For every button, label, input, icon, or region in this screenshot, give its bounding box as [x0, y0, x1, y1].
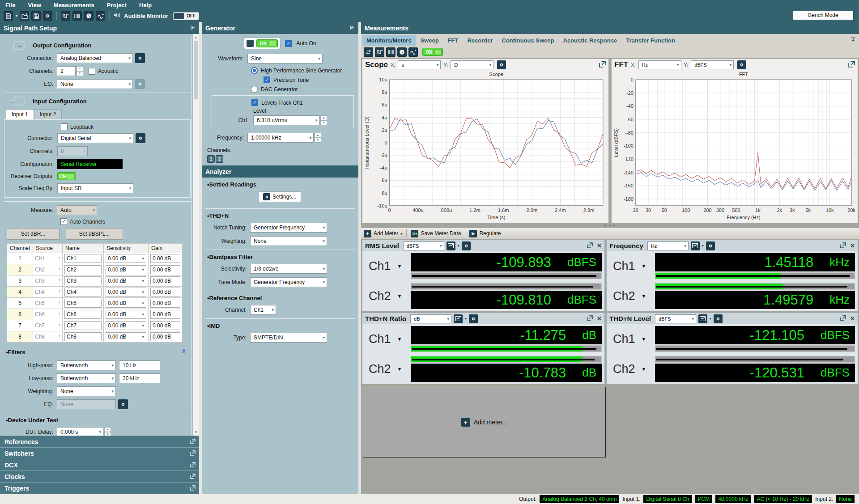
- meter-close-icon[interactable]: ✕: [597, 315, 602, 322]
- digital-bars-icon[interactable]: [72, 11, 82, 21]
- save-project-icon[interactable]: [31, 11, 41, 21]
- gain-select[interactable]: 0.00 dB: [150, 276, 180, 285]
- scope-settings-icon[interactable]: [497, 60, 506, 69]
- frequency-input[interactable]: 1.00000 kHz▾: [247, 133, 314, 143]
- meter-graph-icon[interactable]: [698, 314, 707, 323]
- section-dcx[interactable]: DCX: [0, 459, 199, 470]
- waveform-select[interactable]: Sine▾: [247, 54, 323, 64]
- selectivity-select[interactable]: 1/3 octave▾: [250, 264, 327, 274]
- panel-pin-icon[interactable]: [349, 25, 355, 32]
- name-input[interactable]: Ch7: [64, 321, 102, 330]
- meter-unit-select[interactable]: Hz▾: [647, 241, 689, 250]
- tune-mode-select[interactable]: Generator Frequency▾: [250, 277, 327, 287]
- meter-popout-icon[interactable]: [840, 315, 846, 322]
- low-pass-select[interactable]: Butterworth▾: [57, 373, 116, 383]
- meter-settings-icon[interactable]: [714, 314, 723, 323]
- meter-unit-select[interactable]: dB▾: [410, 314, 451, 323]
- auto-channels-checkbox[interactable]: ✓: [60, 218, 67, 225]
- sensitivity-select[interactable]: 0.00 dB▾: [106, 321, 146, 330]
- notch-tuning-select[interactable]: Generator Frequency▾: [250, 223, 327, 233]
- meter-close-icon[interactable]: ✕: [850, 242, 855, 249]
- section-references[interactable]: References: [0, 436, 199, 447]
- name-input[interactable]: Ch4: [64, 288, 102, 296]
- left-panel-scrollbar[interactable]: ▲ ▼: [193, 34, 199, 436]
- sensitivity-select[interactable]: 0.00 dB▾: [106, 254, 146, 263]
- weighting-select[interactable]: None▾: [57, 386, 116, 396]
- output-connector-settings-icon[interactable]: [135, 53, 145, 63]
- new-project-icon[interactable]: [4, 11, 13, 21]
- meter-popout-icon[interactable]: [587, 315, 593, 322]
- channel-1-button[interactable]: 1: [207, 155, 215, 163]
- menu-help[interactable]: Help: [139, 2, 152, 8]
- gain-select[interactable]: 0.00 dB: [150, 254, 180, 263]
- sine-wave-icon[interactable]: [408, 47, 418, 57]
- channel-selector[interactable]: Ch1▼: [362, 251, 411, 281]
- tab-transfer-function[interactable]: Transfer Function: [621, 35, 680, 46]
- tab-recorder[interactable]: Recorder: [463, 35, 497, 46]
- meter-settings-icon[interactable]: [462, 241, 471, 250]
- channel-selector[interactable]: Ch1▼: [607, 251, 655, 281]
- channel-selector[interactable]: Ch2▼: [362, 281, 411, 311]
- high-pass-select[interactable]: Butterworth▾: [57, 360, 116, 370]
- set-dbr-button[interactable]: Set dBR...: [7, 228, 60, 240]
- sensitivity-select[interactable]: 0.00 dB▾: [106, 288, 146, 296]
- low-pass-freq-input[interactable]: 20 kHz: [119, 373, 160, 383]
- ref-channel-select[interactable]: Ch1▾: [250, 305, 276, 315]
- panel-pin-icon[interactable]: [190, 25, 196, 32]
- input-connector-settings-icon[interactable]: [136, 133, 145, 143]
- meter-graph-icon[interactable]: [454, 314, 463, 323]
- channel-selector[interactable]: Ch2▼: [607, 281, 655, 311]
- name-input[interactable]: Ch5: [64, 299, 102, 308]
- tab-input-2[interactable]: Input 2: [34, 109, 62, 119]
- clock-icon[interactable]: [84, 11, 94, 21]
- dut-delay-stepper[interactable]: ▲▼: [104, 427, 111, 436]
- menu-view[interactable]: View: [28, 2, 41, 8]
- measure-select[interactable]: Auto▾: [57, 205, 97, 215]
- sensitivity-select[interactable]: 0.00 dB▾: [106, 299, 146, 308]
- channel-selector[interactable]: Ch1▼: [362, 324, 411, 354]
- meter-unit-select[interactable]: dBFS▾: [655, 314, 696, 323]
- sensitivity-select[interactable]: 0.00 dB▾: [106, 332, 146, 341]
- fft-x-units-select[interactable]: Hz▾: [638, 60, 681, 69]
- name-input[interactable]: Ch1: [64, 254, 102, 263]
- generator-on-toggle[interactable]: ON: [244, 38, 281, 49]
- square-wave-icon[interactable]: [375, 47, 384, 57]
- hp-sine-radio[interactable]: [251, 67, 258, 74]
- bench-mode-button[interactable]: Bench Mode: [793, 11, 854, 20]
- settled-settings-button[interactable]: Settings...: [258, 191, 301, 202]
- square-wave-icon[interactable]: [61, 11, 70, 21]
- menu-file[interactable]: File: [5, 2, 15, 8]
- sine-wave-icon[interactable]: [96, 11, 105, 21]
- digital-bars-icon[interactable]: [386, 47, 395, 57]
- tab-acoustic-response[interactable]: Acoustic Response: [559, 35, 622, 46]
- settings-gear-icon[interactable]: [43, 11, 52, 21]
- meter-settings-icon[interactable]: [469, 314, 478, 323]
- levels-track-checkbox[interactable]: ✓: [251, 99, 258, 106]
- section-clocks[interactable]: Clocks: [0, 470, 199, 482]
- thdn-weighting-select[interactable]: None▾: [250, 236, 327, 246]
- horizontal-splitter[interactable]: • • •: [361, 224, 859, 228]
- output-connector-select[interactable]: Analog Balanced▾: [57, 53, 133, 63]
- meter-graph-icon[interactable]: [691, 241, 700, 250]
- regulate-button[interactable]: ▶ Regulate: [469, 230, 501, 237]
- gain-select[interactable]: 0.00 dB: [150, 265, 180, 274]
- monitors-on-toggle[interactable]: ON: [422, 48, 443, 56]
- gain-select[interactable]: 0.00 dB: [150, 288, 180, 296]
- fft-settings-icon[interactable]: [737, 60, 746, 69]
- open-project-icon[interactable]: [20, 11, 29, 21]
- receiver-outputs-toggle[interactable]: ON: [57, 172, 76, 180]
- section-switchers[interactable]: Switchers: [0, 447, 199, 459]
- gain-select[interactable]: 0.00 dB: [150, 299, 180, 308]
- sensitivity-select[interactable]: 0.00 dB▾: [106, 276, 146, 285]
- speaker-icon[interactable]: [114, 12, 121, 20]
- filters-eq-settings-icon[interactable]: [118, 399, 128, 409]
- output-channels-input[interactable]: 2: [57, 66, 76, 76]
- meter-popout-icon[interactable]: [587, 242, 593, 250]
- section-triggers[interactable]: Triggers: [0, 482, 199, 494]
- new-project-dropdown-icon[interactable]: ▾: [16, 14, 17, 18]
- meter-settings-icon[interactable]: [706, 241, 715, 250]
- set-dbspl-button[interactable]: Set dBSPL...: [66, 228, 123, 240]
- collapse-panel-icon[interactable]: [850, 36, 856, 43]
- scope-popout-icon[interactable]: [599, 61, 606, 69]
- high-pass-freq-input[interactable]: 10 Hz: [119, 360, 160, 370]
